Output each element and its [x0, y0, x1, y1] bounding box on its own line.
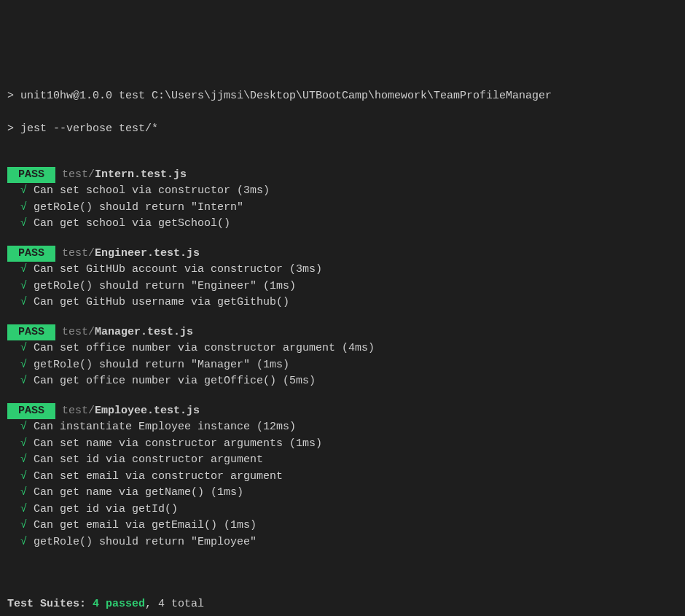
test-result-line: √ Can set office number via constructor …: [7, 340, 678, 357]
check-icon: √: [7, 421, 34, 433]
test-result-line: √ Can set id via constructor argument: [7, 452, 678, 469]
check-icon: √: [7, 437, 34, 450]
check-icon: √: [7, 519, 34, 531]
suite-file: Intern.test.js: [95, 168, 187, 181]
suite-header: PASS test/Employee.test.js: [7, 403, 678, 420]
suite-file: Employee.test.js: [95, 405, 200, 417]
suite-header: PASS test/Intern.test.js: [7, 167, 678, 184]
suite-file: Manager.test.js: [95, 326, 193, 338]
test-description: Can set GitHUb account via constructor (…: [34, 263, 322, 276]
test-description: Can get name via getName() (1ms): [34, 486, 243, 499]
test-result-line: √ Can instantiate Employee instance (12m…: [7, 419, 678, 436]
test-result-line: √ Can get GitHub username via getGithub(…: [7, 295, 678, 311]
test-description: Can get office number via getOffice() (5…: [34, 375, 316, 387]
suite-path: test/: [55, 247, 95, 260]
test-description: Can set school via constructor (3ms): [34, 184, 270, 197]
terminal-output: > unit10hw@1.0.0 test C:\Users\jjmsi\Des…: [7, 71, 678, 616]
prompt-line-1: > unit10hw@1.0.0 test C:\Users\jjmsi\Des…: [7, 88, 678, 105]
test-description: getRole() should return "Manager" (1ms): [34, 359, 289, 371]
check-icon: √: [7, 342, 34, 354]
test-result-line: √ getRole() should return "Employee": [7, 534, 678, 551]
test-result-line: √ Can get id via getId(): [7, 502, 678, 518]
test-suites: PASS test/Intern.test.js √ Can set schoo…: [7, 167, 678, 551]
test-result-line: √ Can get office number via getOffice() …: [7, 373, 678, 390]
suite-path: test/: [55, 405, 95, 417]
suite-path: test/: [55, 326, 95, 338]
test-result-line: √ Can set school via constructor (3ms): [7, 183, 678, 200]
test-suite: PASS test/Engineer.test.js √ Can set Git…: [7, 246, 678, 311]
check-icon: √: [7, 201, 34, 214]
test-result-line: √ Can get name via getName() (1ms): [7, 485, 678, 502]
test-description: getRole() should return "Intern": [34, 201, 243, 214]
suite-header: PASS test/Engineer.test.js: [7, 246, 678, 262]
check-icon: √: [7, 453, 34, 466]
suite-path: test/: [55, 168, 95, 181]
check-icon: √: [7, 486, 34, 499]
check-icon: √: [7, 536, 34, 548]
summary-suites-label: Test Suites:: [7, 596, 93, 613]
test-result-line: √ Can set name via constructor arguments…: [7, 436, 678, 453]
check-icon: √: [7, 217, 34, 230]
test-result-line: √ getRole() should return "Manager" (1ms…: [7, 357, 678, 374]
test-description: Can set id via constructor argument: [34, 453, 263, 466]
check-icon: √: [7, 375, 34, 387]
test-description: Can instantiate Employee instance (12ms): [34, 421, 296, 433]
test-result-line: √ Can get email via getEmail() (1ms): [7, 518, 678, 534]
test-result-line: √ Can set email via constructor argument: [7, 469, 678, 486]
suite-header: PASS test/Manager.test.js: [7, 324, 678, 341]
test-result-line: √ getRole() should return "Engineer" (1m…: [7, 278, 678, 295]
test-description: getRole() should return "Employee": [34, 536, 257, 548]
test-result-line: √ Can get school via getSchool(): [7, 216, 678, 233]
test-description: getRole() should return "Engineer" (1ms): [34, 280, 296, 292]
pass-badge: PASS: [7, 403, 55, 420]
test-description: Can set office number via constructor ar…: [34, 342, 375, 354]
test-description: Can get email via getEmail() (1ms): [34, 519, 257, 531]
check-icon: √: [7, 280, 34, 292]
test-result-line: √ Can set GitHUb account via constructor…: [7, 262, 678, 278]
test-suite: PASS test/Manager.test.js √ Can set offi…: [7, 324, 678, 390]
test-suite: PASS test/Employee.test.js √ Can instant…: [7, 403, 678, 551]
suite-file: Engineer.test.js: [95, 247, 200, 260]
check-icon: √: [7, 296, 34, 308]
prompt-line-2: > jest --verbose test/*: [7, 121, 678, 138]
test-description: Can get GitHub username via getGithub(): [34, 296, 289, 308]
test-suite: PASS test/Intern.test.js √ Can set schoo…: [7, 167, 678, 233]
summary-suites-rest: , 4 total: [145, 598, 204, 610]
summary-suites-line: Test Suites: 4 passed, 4 total: [7, 596, 678, 613]
check-icon: √: [7, 184, 34, 197]
pass-badge: PASS: [7, 246, 55, 262]
test-description: Can set name via constructor arguments (…: [34, 437, 322, 450]
check-icon: √: [7, 359, 34, 371]
test-description: Can get school via getSchool(): [34, 217, 230, 230]
test-result-line: √ getRole() should return "Intern": [7, 200, 678, 217]
summary-suites-passed: 4 passed: [93, 598, 145, 610]
check-icon: √: [7, 470, 34, 483]
check-icon: √: [7, 263, 34, 276]
pass-badge: PASS: [7, 324, 55, 341]
test-description: Can get id via getId(): [34, 503, 178, 515]
check-icon: √: [7, 503, 34, 515]
summary-block: Test Suites: 4 passed, 4 total Tests: 17…: [7, 580, 678, 617]
test-description: Can set email via constructor argument: [34, 470, 283, 483]
pass-badge: PASS: [7, 167, 55, 184]
